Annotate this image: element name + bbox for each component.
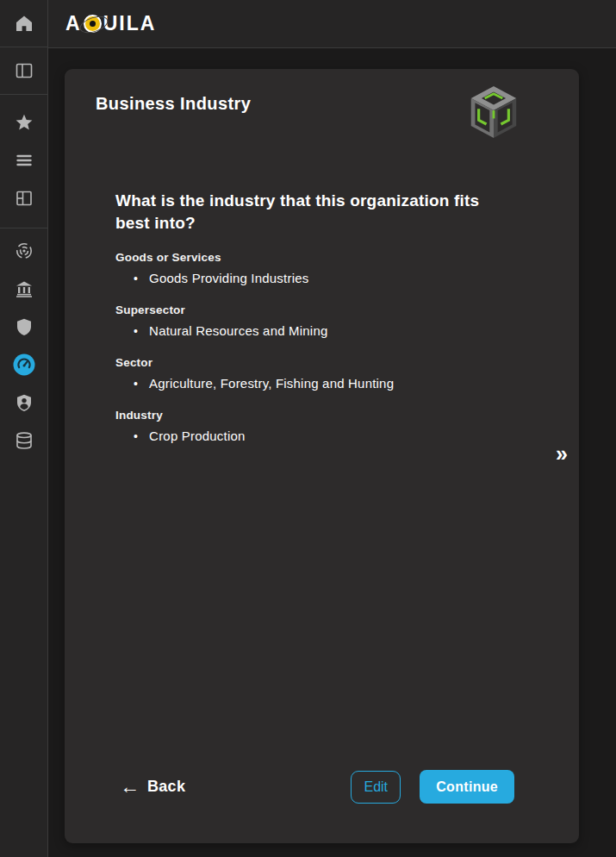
radar-icon bbox=[15, 241, 34, 260]
bank-icon bbox=[15, 279, 34, 298]
list-item: • Agriculture, Forestry, Fishing and Hun… bbox=[134, 376, 501, 391]
section-label: Industry bbox=[115, 409, 501, 422]
sidebar-item-bank[interactable] bbox=[0, 270, 47, 308]
industry-summary-list: Goods or Services • Goods Providing Indu… bbox=[115, 251, 501, 443]
bullet-icon: • bbox=[134, 429, 138, 443]
sidebar-item-shield[interactable] bbox=[0, 308, 47, 346]
star-icon bbox=[15, 113, 34, 132]
list-item: • Crop Production bbox=[134, 428, 501, 443]
section-label: Goods or Services bbox=[115, 251, 501, 264]
sidebar-item-menu[interactable] bbox=[0, 141, 47, 179]
sidebar-item-radar[interactable] bbox=[0, 232, 47, 270]
cube-logo-icon bbox=[468, 83, 520, 140]
sidebar-item-split-panel[interactable] bbox=[0, 47, 47, 95]
menu-icon bbox=[15, 151, 34, 170]
section-industry: Industry • Crop Production bbox=[115, 409, 501, 443]
sidebar-group-top bbox=[0, 95, 47, 228]
gauge-icon bbox=[13, 353, 35, 376]
list-item-text: Natural Resources and Mining bbox=[149, 323, 327, 338]
back-button-label: Back bbox=[147, 778, 185, 796]
question-text: What is the industry that this organizat… bbox=[115, 190, 499, 234]
bullet-icon: • bbox=[134, 377, 138, 391]
main-content: Business Industry What is the industry t… bbox=[49, 49, 616, 857]
home-icon bbox=[15, 14, 34, 33]
sidebar-item-home[interactable] bbox=[0, 0, 47, 47]
expand-chevrons-icon[interactable]: » bbox=[556, 443, 568, 465]
section-label: Supersector bbox=[115, 303, 501, 316]
top-bar: A UILA bbox=[0, 0, 616, 48]
page-title: Business Industry bbox=[96, 94, 251, 114]
section-sector: Sector • Agriculture, Forestry, Fishing … bbox=[115, 356, 501, 391]
sidebar-item-gauge[interactable] bbox=[0, 346, 47, 384]
layout-grid-icon bbox=[15, 189, 34, 208]
aquila-logo[interactable]: A UILA bbox=[65, 12, 156, 35]
sidebar-item-star[interactable] bbox=[0, 103, 47, 141]
section-goods-or-services: Goods or Services • Goods Providing Indu… bbox=[115, 251, 501, 285]
brand-text-pre: A bbox=[65, 12, 82, 35]
list-item-text: Crop Production bbox=[149, 428, 245, 443]
card-footer: ← Back Edit Continue bbox=[65, 770, 579, 804]
back-button[interactable]: ← Back bbox=[120, 777, 185, 797]
bullet-icon: • bbox=[134, 272, 138, 285]
database-icon bbox=[15, 431, 34, 450]
back-arrow-icon: ← bbox=[120, 777, 140, 797]
user-shield-icon bbox=[15, 393, 34, 412]
section-label: Sector bbox=[115, 356, 501, 369]
section-supersector: Supersector • Natural Resources and Mini… bbox=[115, 303, 501, 338]
sidebar-item-database[interactable] bbox=[0, 422, 47, 460]
sidebar-group-bottom bbox=[0, 228, 47, 460]
business-industry-card: Business Industry What is the industry t… bbox=[65, 69, 579, 843]
split-panel-icon bbox=[15, 61, 34, 80]
continue-button[interactable]: Continue bbox=[420, 770, 514, 804]
brand-text-post: UILA bbox=[103, 12, 157, 35]
list-item-text: Goods Providing Industries bbox=[149, 271, 308, 285]
shield-icon bbox=[15, 317, 34, 336]
eye-q-icon bbox=[84, 15, 102, 33]
sidebar-item-layout-grid[interactable] bbox=[0, 179, 47, 217]
sidebar bbox=[0, 0, 48, 857]
bullet-icon: • bbox=[134, 324, 138, 338]
list-item: • Goods Providing Industries bbox=[134, 271, 501, 285]
list-item-text: Agriculture, Forestry, Fishing and Hunti… bbox=[149, 376, 394, 391]
list-item: • Natural Resources and Mining bbox=[134, 323, 501, 338]
sidebar-item-user-shield[interactable] bbox=[0, 384, 47, 422]
edit-button[interactable]: Edit bbox=[351, 771, 401, 804]
